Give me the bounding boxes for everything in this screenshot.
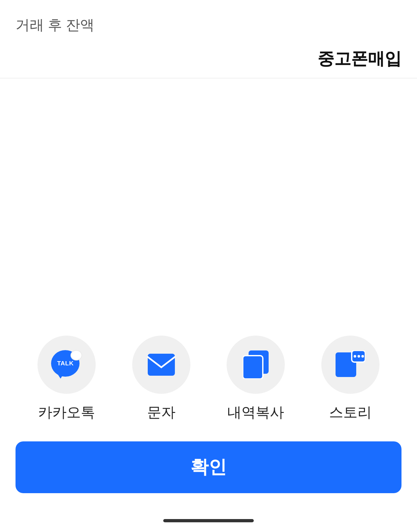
kakaotalk-icon-circle: TALK <box>37 336 96 394</box>
section-divider: 중고폰매입 <box>0 41 417 78</box>
sms-icon-circle <box>132 336 190 394</box>
section-label: 중고폰매입 <box>317 48 401 70</box>
svg-point-7 <box>361 355 364 358</box>
copy-icon-circle <box>227 336 285 394</box>
page-title: 거래 후 잔액 <box>16 17 94 33</box>
share-item-sms[interactable]: 문자 <box>132 336 190 422</box>
copy-label: 내역복사 <box>227 403 284 422</box>
kakaotalk-label: 카카오톡 <box>38 403 95 422</box>
share-item-kakaotalk[interactable]: TALK 카카오톡 <box>37 336 96 422</box>
story-label: 스토리 <box>329 403 372 422</box>
svg-rect-0 <box>148 354 175 376</box>
envelope-icon <box>147 353 176 376</box>
home-bar <box>163 519 254 522</box>
share-icons-row: TALK 카카오톡 문자 <box>0 336 417 422</box>
copy-icon <box>243 350 269 379</box>
talk-text: TALK <box>57 360 74 367</box>
sms-label: 문자 <box>147 403 176 422</box>
share-item-story[interactable]: 스토리 <box>321 336 380 422</box>
confirm-button-wrapper: 확인 <box>0 441 417 493</box>
confirm-button[interactable]: 확인 <box>16 441 401 493</box>
svg-point-5 <box>354 355 356 358</box>
story-icon <box>336 350 365 379</box>
home-indicator <box>0 513 417 532</box>
main-content: TALK 카카오톡 문자 <box>0 78 417 513</box>
share-item-copy[interactable]: 내역복사 <box>227 336 285 422</box>
story-icon-circle <box>321 336 380 394</box>
talk-small-bubble <box>70 350 82 360</box>
header-section: 거래 후 잔액 <box>0 0 417 41</box>
svg-point-6 <box>358 355 360 358</box>
kakaotalk-icon: TALK <box>51 350 82 379</box>
svg-rect-2 <box>243 356 263 379</box>
